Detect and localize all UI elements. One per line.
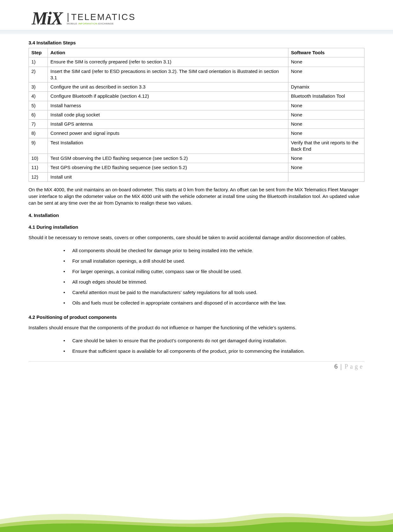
cell-action: Test Installation	[48, 138, 288, 154]
tagline-post: EXCHANGE	[98, 22, 114, 25]
table-row: 1)Ensure the SIM is correctly prepared (…	[29, 57, 364, 67]
list-item: Careful attention must be paid to the ma…	[63, 287, 364, 298]
cell-step: 5)	[29, 101, 48, 110]
table-row: 2)Insert the SIM card (refer to ESD prec…	[29, 67, 364, 82]
odometer-paragraph: On the MiX 4000, the unit maintains an o…	[29, 186, 364, 206]
cell-action: Ensure the SIM is correctly prepared (re…	[48, 57, 288, 67]
cell-tool: Bluetooth Installation Tool	[288, 92, 364, 101]
document-page: MiX | TELEMATICS MOBILE INFORMATION EXCH…	[0, 0, 393, 532]
table-row: 10)Test GSM observing the LED flashing s…	[29, 154, 364, 163]
cell-tool: None	[288, 67, 364, 82]
table-row: 8)Connect power and signal inputsNone	[29, 129, 364, 138]
page-word: Page	[345, 363, 364, 370]
logo-divider: |	[67, 12, 69, 22]
cell-step: 8)	[29, 129, 48, 138]
footer-wave-graphic	[0, 494, 393, 532]
para-4-2-intro: Installers should ensure that the compon…	[29, 324, 364, 331]
page-number: 6 | Page	[29, 363, 364, 370]
table-row: 9)Test InstallationVerify that the unit …	[29, 138, 364, 154]
cell-step: 6)	[29, 110, 48, 119]
cell-action: Insert the SIM card (refer to ESD precau…	[48, 67, 288, 82]
cell-action: Install GPS antenna	[48, 120, 288, 129]
cell-tool: None	[288, 163, 364, 172]
table-header-row: Step Action Software Tools	[29, 48, 364, 57]
table-row: 7)Install GPS antennaNone	[29, 120, 364, 129]
installation-steps-table: Step Action Software Tools 1)Ensure the …	[29, 48, 364, 182]
cell-tool: None	[288, 110, 364, 119]
col-action: Action	[48, 48, 288, 57]
cell-step: 1)	[29, 57, 48, 67]
cell-tool: None	[288, 129, 364, 138]
list-item: For small installation openings, a drill…	[63, 256, 364, 266]
header-band	[0, 30, 393, 34]
list-item: All rough edges should be trimmed.	[63, 277, 364, 287]
cell-step: 9)	[29, 138, 48, 154]
heading-4: 4. Installation	[29, 213, 364, 218]
cell-tool: Dynamix	[288, 82, 364, 92]
list-item: Ensure that sufficient space is availabl…	[63, 346, 364, 356]
brand-logo: MiX | TELEMATICS MOBILE INFORMATION EXCH…	[29, 10, 364, 27]
col-tool: Software Tools	[288, 48, 364, 57]
bullet-list-4-2: Care should be taken to ensure that the …	[63, 335, 364, 356]
cell-action: Install unit	[48, 172, 288, 181]
heading-3-4: 3.4 Installation Steps	[29, 40, 364, 45]
cell-action: Configure the unit as described in secti…	[48, 82, 288, 92]
logo-telematics-word: TELEMATICS	[71, 13, 136, 22]
cell-action: Configure Bluetooth if applicable (secti…	[48, 92, 288, 101]
tagline-pre: MOBILE	[67, 22, 78, 25]
cell-step: 11)	[29, 163, 48, 172]
table-row: 11)Test GPS observing the LED flashing s…	[29, 163, 364, 172]
cell-action: Test GSM observing the LED flashing sequ…	[48, 154, 288, 163]
cell-action: Test GPS observing the LED flashing sequ…	[48, 163, 288, 172]
para-4-1-intro: Should it be necessary to remove seats, …	[29, 234, 364, 241]
list-item: Care should be taken to ensure that the …	[63, 335, 364, 346]
list-item: For larger openings, a conical milling c…	[63, 266, 364, 277]
table-row: 4)Configure Bluetooth if applicable (sec…	[29, 92, 364, 101]
cell-step: 12)	[29, 172, 48, 181]
cell-tool: None	[288, 120, 364, 129]
cell-action: Connect power and signal inputs	[48, 129, 288, 138]
table-row: 6)Install code plug socketNone	[29, 110, 364, 119]
tagline-green: INFORMATION	[78, 22, 98, 25]
list-item: Oils and fuels must be collected in appr…	[63, 298, 364, 308]
col-step: Step	[29, 48, 48, 57]
cell-tool: None	[288, 57, 364, 67]
table-row: 3)Configure the unit as described in sec…	[29, 82, 364, 92]
cell-action: Install code plug socket	[48, 110, 288, 119]
cell-step: 4)	[29, 92, 48, 101]
cell-tool	[288, 172, 364, 181]
logo-mix-script: MiX	[32, 10, 62, 27]
heading-4-2: 4.2 Positioning of product components	[29, 314, 364, 320]
cell-tool: None	[288, 101, 364, 110]
cell-step: 10)	[29, 154, 48, 163]
cell-step: 2)	[29, 67, 48, 82]
footer-rule	[29, 361, 364, 362]
heading-4-1: 4.1 During installation	[29, 224, 364, 230]
cell-tool: Verify that the unit reports to the Back…	[288, 138, 364, 154]
cell-step: 3)	[29, 82, 48, 92]
cell-tool: None	[288, 154, 364, 163]
list-item: All components should be checked for dam…	[63, 245, 364, 256]
page-num-value: 6	[334, 363, 338, 370]
bullet-list-4-1: All components should be checked for dam…	[63, 245, 364, 308]
logo-tagline: MOBILE INFORMATION EXCHANGE	[67, 22, 136, 25]
logo-telematics-block: | TELEMATICS MOBILE INFORMATION EXCHANGE	[67, 12, 136, 25]
cell-action: Install harness	[48, 101, 288, 110]
page-num-sep: |	[340, 363, 342, 370]
cell-step: 7)	[29, 120, 48, 129]
table-row: 12)Install unit	[29, 172, 364, 181]
page-content: 3.4 Installation Steps Step Action Softw…	[29, 40, 364, 370]
table-row: 5)Install harnessNone	[29, 101, 364, 110]
